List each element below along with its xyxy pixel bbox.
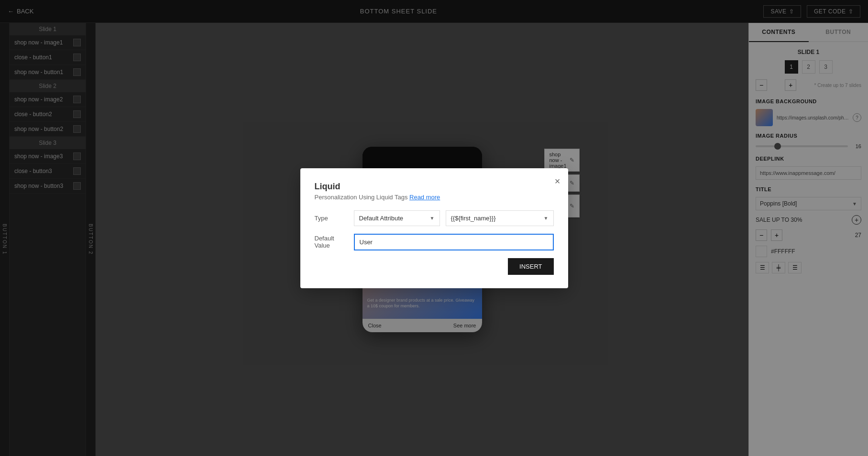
modal-default-row: Default Value [315,234,554,250]
variable-select[interactable]: {{${first_name}}} ▼ [446,210,554,226]
liquid-modal: × Liquid Personalization Using Liquid Ta… [300,168,568,288]
modal-subtitle: Personalization Using Liquid Tags Read m… [315,194,554,201]
modal-footer: INSERT [315,258,554,275]
type-select[interactable]: Default Attribute ▼ [354,210,440,226]
type-chevron-icon: ▼ [430,216,435,221]
variable-chevron-icon: ▼ [544,216,549,221]
type-select-value: Default Attribute [359,215,426,222]
read-more-link[interactable]: Read more [409,194,440,201]
modal-type-row: Type Default Attribute ▼ {{${first_name}… [315,210,554,226]
default-value-input[interactable] [354,234,554,250]
insert-button[interactable]: INSERT [508,258,553,275]
modal-close-button[interactable]: × [555,176,560,187]
modal-title: Liquid [315,182,554,192]
modal-overlay[interactable]: × Liquid Personalization Using Liquid Ta… [0,0,868,456]
modal-type-label: Type [315,215,348,222]
variable-select-value: {{${first_name}}} [451,215,540,222]
modal-default-label: Default Value [315,235,348,249]
